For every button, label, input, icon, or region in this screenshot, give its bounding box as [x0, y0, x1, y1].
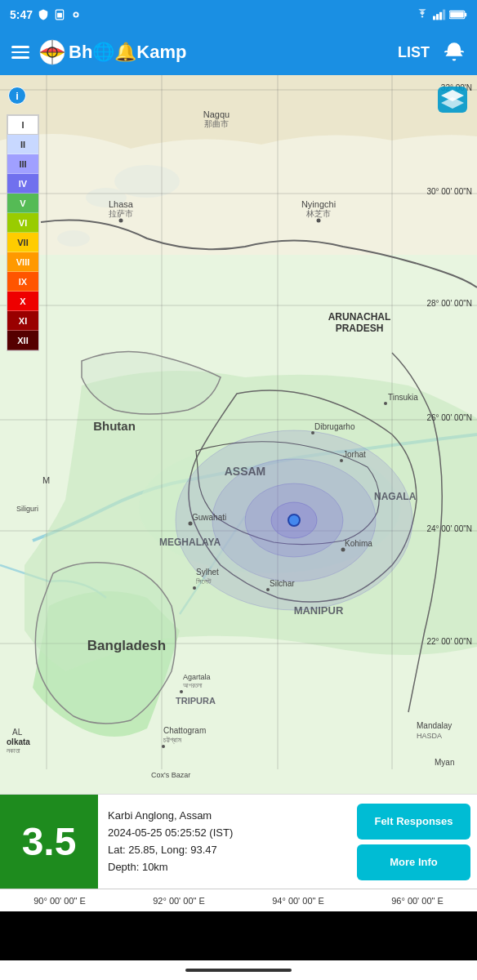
svg-point-3	[74, 13, 78, 16]
intensity-item-iii: III	[7, 154, 38, 174]
shield-icon	[38, 9, 49, 20]
magnitude-value: 3.5	[22, 819, 77, 864]
hamburger-menu[interactable]	[11, 46, 29, 59]
svg-text:MANIPUR: MANIPUR	[294, 604, 344, 617]
intensity-item-x: X	[7, 292, 38, 311]
svg-rect-1	[57, 13, 62, 18]
logo-icon	[39, 39, 65, 65]
svg-text:ASSAM: ASSAM	[225, 465, 266, 478]
battery-icon	[449, 10, 467, 20]
svg-text:Dibrugarho: Dibrugarho	[314, 422, 355, 431]
status-bar: 5:47	[0, 0, 477, 29]
svg-point-51	[340, 459, 343, 462]
map-info-button[interactable]: i	[8, 87, 26, 105]
felt-responses-button[interactable]: Felt Responses	[357, 804, 470, 840]
home-indicator	[0, 960, 477, 980]
svg-text:Bangladesh: Bangladesh	[87, 638, 166, 653]
svg-text:PRADESH: PRADESH	[336, 323, 384, 334]
svg-text:Lhasa: Lhasa	[109, 199, 134, 209]
signal-icon	[433, 9, 446, 20]
coordinate-bar: 90° 00' 00" E 92° 00' 00" E 94° 00' 00" …	[0, 889, 477, 911]
svg-rect-10	[450, 11, 464, 17]
svg-point-73	[162, 745, 165, 748]
intensity-item-xi: XI	[7, 311, 38, 331]
earthquake-coordinates: Lat: 25.85, Long: 93.47	[108, 843, 341, 858]
coord-92e: 92° 00' 00" E	[153, 896, 205, 906]
map-container[interactable]: Nagqu 那曲市 Lhasa 拉萨市 Nyingchi 林芝市 ARUNACH…	[0, 75, 477, 794]
svg-text:Siliguri: Siliguri	[16, 505, 38, 513]
svg-text:ARUNACHAL: ARUNACHAL	[328, 311, 391, 323]
svg-rect-4	[433, 16, 435, 20]
svg-text:NAGALA: NAGALA	[374, 491, 417, 502]
wifi-icon	[415, 9, 430, 20]
svg-text:Nyingchi: Nyingchi	[301, 199, 336, 209]
more-info-button[interactable]: More Info	[357, 844, 470, 880]
svg-text:Mandalay: Mandalay	[417, 721, 452, 730]
app-logo: Bh🌐🔔Kamp	[39, 39, 186, 65]
earthquake-datetime: 2024-05-25 05:25:52 (IST)	[108, 826, 341, 840]
svg-text:সিলেট: সিলেট	[196, 577, 212, 586]
intensity-item-ii: II	[7, 135, 38, 154]
svg-text:那曲市: 那曲市	[204, 119, 229, 128]
svg-text:Tinsukia: Tinsukia	[388, 393, 418, 402]
svg-text:Myan: Myan	[435, 758, 454, 767]
svg-text:আগরতলা: আগরতলা	[183, 682, 203, 689]
lat-label-30: 30° 00' 00"N	[426, 187, 472, 196]
earthquake-location: Karbi Anglong, Assam	[108, 808, 341, 823]
intensity-item-i: I	[7, 115, 38, 135]
svg-text:HASDA: HASDA	[417, 732, 442, 740]
coord-94e: 94° 00' 00" E	[272, 896, 324, 906]
app-name-label: Bh🌐🔔Kamp	[69, 42, 186, 63]
intensity-item-xii: XII	[7, 331, 38, 350]
lat-label-28: 28° 00' 00"N	[426, 299, 472, 308]
lat-label-22: 22° 00' 00"N	[426, 637, 472, 646]
svg-text:Chattogram: Chattogram	[163, 726, 206, 735]
svg-text:Jorhat: Jorhat	[343, 450, 366, 459]
svg-point-57	[341, 548, 345, 552]
intensity-item-vii: VII	[7, 233, 38, 252]
intensity-item-vi: VI	[7, 213, 38, 233]
recording-icon	[70, 9, 82, 20]
svg-rect-9	[465, 13, 466, 17]
earthquake-info: Karbi Anglong, Assam 2024-05-25 05:25:52…	[98, 795, 350, 889]
svg-text:M: M	[42, 475, 50, 485]
home-bar	[185, 969, 292, 972]
svg-point-69	[180, 690, 183, 693]
list-button[interactable]: LIST	[398, 44, 430, 61]
svg-text:olkata: olkata	[7, 737, 30, 746]
svg-point-35	[288, 514, 300, 526]
svg-text:TRIPURA: TRIPURA	[176, 696, 216, 706]
sim-icon	[54, 9, 65, 20]
status-left: 5:47	[10, 8, 82, 21]
svg-text:Guwahati: Guwahati	[192, 513, 226, 522]
svg-point-64	[266, 588, 270, 591]
svg-rect-5	[436, 14, 439, 20]
svg-point-40	[119, 219, 123, 223]
svg-text:Kohima: Kohima	[345, 539, 372, 548]
svg-point-43	[317, 219, 321, 223]
svg-text:Agartala: Agartala	[183, 673, 211, 681]
svg-point-62	[193, 586, 196, 590]
svg-text:Silchar: Silchar	[270, 579, 295, 588]
action-buttons: Felt Responses More Info	[350, 795, 477, 889]
svg-text:লকাতা: লকাতা	[7, 747, 20, 755]
header-right: LIST	[398, 41, 466, 64]
svg-rect-6	[439, 12, 442, 20]
intensity-item-v: V	[7, 194, 38, 213]
intensity-item-iv: IV	[7, 174, 38, 194]
time-display: 5:47	[10, 8, 33, 21]
intensity-item-viii: VIII	[7, 252, 38, 272]
svg-text:林芝市: 林芝市	[305, 209, 331, 218]
svg-text:Bhutan: Bhutan	[93, 419, 136, 433]
map-layers-button[interactable]	[436, 85, 469, 114]
bottom-panel: 3.5 Karbi Anglong, Assam 2024-05-25 05:2…	[0, 794, 477, 889]
coord-96e: 96° 00' 00" E	[391, 896, 444, 906]
lat-label-26: 26° 00' 00"N	[426, 413, 472, 422]
svg-text:拉萨市: 拉萨市	[109, 209, 133, 218]
alert-bell-icon[interactable]	[443, 41, 466, 64]
earthquake-depth: Depth: 10km	[108, 860, 341, 875]
app-header: Bh🌐🔔Kamp LIST	[0, 29, 477, 75]
lat-label-24: 24° 00' 00"N	[426, 524, 472, 533]
svg-text:Sylhet: Sylhet	[196, 568, 219, 577]
coord-90e: 90° 00' 00" E	[33, 896, 86, 906]
